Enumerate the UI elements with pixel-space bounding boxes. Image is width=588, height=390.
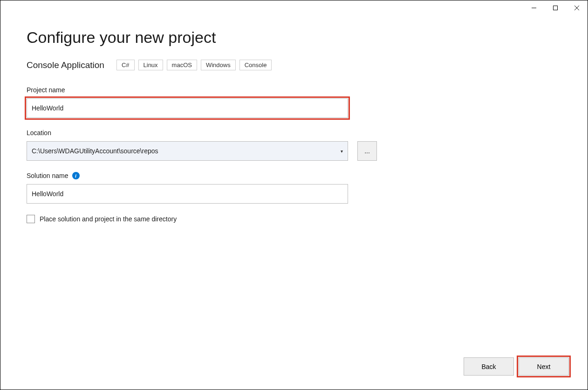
info-icon[interactable]: i [72, 172, 80, 179]
same-directory-label: Place solution and project in the same d… [40, 215, 177, 223]
template-name: Console Application [27, 60, 104, 70]
maximize-icon [553, 5, 558, 11]
close-button[interactable] [566, 0, 588, 15]
project-name-label: Project name [27, 86, 561, 94]
svg-rect-1 [554, 6, 558, 10]
project-name-input[interactable] [27, 98, 348, 118]
tag-csharp: C# [116, 60, 135, 70]
location-row: C:\Users\WDAGUtilityAccount\source\repos… [27, 141, 561, 161]
solution-name-group: Solution name i [27, 172, 561, 204]
wizard-content: Configure your new project Console Appli… [0, 0, 588, 223]
close-icon [574, 5, 580, 11]
minimize-button[interactable] [523, 0, 545, 15]
tag-console: Console [239, 60, 272, 70]
same-directory-row: Place solution and project in the same d… [27, 215, 561, 223]
solution-name-label: Solution name i [27, 172, 561, 179]
chevron-down-icon: ▾ [341, 149, 343, 154]
template-info-row: Console Application C# Linux macOS Windo… [27, 60, 561, 70]
tag-linux: Linux [138, 60, 163, 70]
wizard-footer: Back Next [464, 357, 569, 376]
project-name-group: Project name [27, 86, 561, 118]
maximize-button[interactable] [545, 0, 566, 15]
page-title: Configure your new project [27, 28, 561, 47]
minimize-icon [531, 5, 537, 11]
location-label: Location [27, 129, 561, 137]
location-value: C:\Users\WDAGUtilityAccount\source\repos [32, 147, 341, 155]
window-controls [523, 0, 588, 15]
tag-macos: macOS [167, 60, 197, 70]
back-button[interactable]: Back [464, 357, 514, 376]
solution-name-input[interactable] [27, 184, 348, 204]
browse-button[interactable]: ... [357, 141, 377, 161]
tag-windows: Windows [201, 60, 236, 70]
same-directory-checkbox[interactable] [27, 215, 35, 223]
location-combo[interactable]: C:\Users\WDAGUtilityAccount\source\repos… [27, 141, 348, 161]
solution-name-label-text: Solution name [27, 172, 68, 179]
next-button[interactable]: Next [519, 357, 569, 376]
location-group: Location C:\Users\WDAGUtilityAccount\sou… [27, 129, 561, 161]
